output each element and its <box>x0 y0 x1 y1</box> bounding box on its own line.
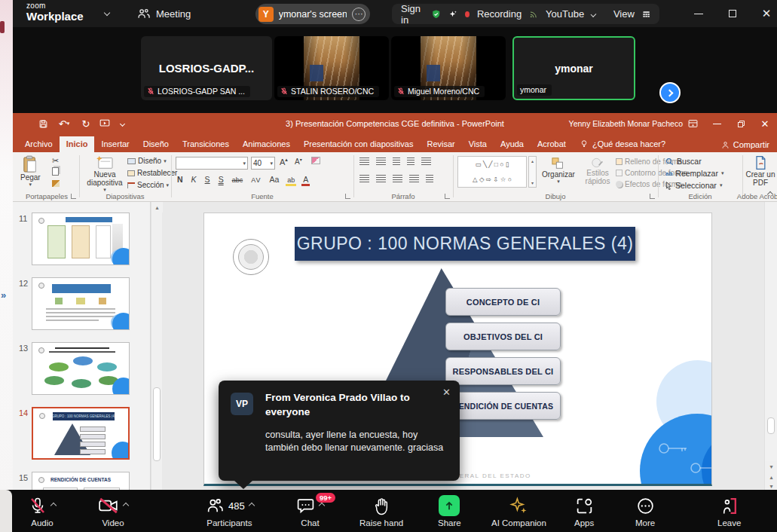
window-maximize-button[interactable] <box>720 0 745 27</box>
dialog-launcher-icon[interactable] <box>71 194 76 199</box>
next-participants-button[interactable] <box>659 82 681 103</box>
align-center-button[interactable] <box>376 175 386 182</box>
align-left-button[interactable] <box>359 175 369 182</box>
tell-me-search[interactable]: ¿Qué desea hacer? <box>573 136 672 152</box>
create-pdf-button[interactable]: Crear un PDF <box>744 155 777 187</box>
tab-transiciones[interactable]: Transiciones <box>176 136 236 152</box>
shapes-gallery[interactable]: ▭ ╲ ╱ □ ○ ▯ △ ◇ ⇨ ⇩ ☆ ○ <box>457 156 527 188</box>
video-options-chevron[interactable] <box>123 503 129 509</box>
tab-inicio[interactable]: Inicio <box>60 136 95 152</box>
slide-layout-button[interactable]: Diseño▾ <box>127 157 167 165</box>
character-spacing-button[interactable]: AV <box>249 176 262 184</box>
window-minimize-button[interactable] <box>686 0 711 27</box>
tab-presentacion[interactable]: Presentación con diapositivas <box>297 136 421 152</box>
participant-tile[interactable]: Miguel Moreno/CNC <box>391 36 506 100</box>
participant-tile[interactable]: STALIN ROSERO/CNC <box>274 36 389 100</box>
sparkle-icon[interactable] <box>448 8 457 20</box>
dialog-launcher-icon[interactable] <box>650 194 655 199</box>
highlight-button[interactable]: ab <box>286 176 296 186</box>
account-user-name[interactable]: Yenny Elizabeth Monar Pacheco <box>569 113 683 134</box>
strikethrough-button[interactable]: abc <box>231 176 245 184</box>
audio-button[interactable]: Audio <box>29 494 56 527</box>
font-name-combo[interactable]: ▾ <box>176 157 248 170</box>
participant-tile[interactable]: LOSRIOS-GADP... LOSRIOS-GADP SAN ... <box>141 36 272 100</box>
participant-tile-active-speaker[interactable]: ymonar ymonar <box>512 36 635 100</box>
slide-thumbnail-13[interactable] <box>32 342 130 395</box>
shadow-button[interactable]: S <box>217 175 225 184</box>
ppt-close-button[interactable]: ✕ <box>753 113 777 134</box>
chevron-down-icon[interactable] <box>591 11 597 17</box>
share-button[interactable]: Share <box>438 494 461 527</box>
tab-insertar[interactable]: Insertar <box>94 136 136 152</box>
tab-acrobat[interactable]: Acrobat <box>531 136 573 152</box>
font-size-combo[interactable]: 40▾ <box>251 157 275 170</box>
shapes-scroll[interactable]: ▴▾ <box>528 156 537 188</box>
copy-button[interactable] <box>52 167 59 176</box>
chat-button[interactable]: 99+ Chat <box>296 494 324 527</box>
tab-archivo[interactable]: Archivo <box>18 136 60 152</box>
leave-button[interactable]: Leave <box>717 494 741 527</box>
screen-share-pill[interactable]: Y ymonar's screen ⋯ <box>255 4 370 24</box>
share-document-button[interactable]: Compartir <box>721 140 769 149</box>
dialog-launcher-icon[interactable] <box>345 194 350 199</box>
recording-label[interactable]: Recording <box>477 8 522 20</box>
scroll-up-button[interactable]: ▴ <box>151 202 163 212</box>
scroll-thumb[interactable] <box>767 417 775 434</box>
security-shield-icon[interactable] <box>431 8 441 21</box>
justify-button[interactable] <box>409 175 419 182</box>
replace-button[interactable]: ab Reemplazar ▾ <box>665 169 723 178</box>
chevron-down-icon[interactable] <box>104 10 110 16</box>
section-button[interactable]: Sección▾ <box>127 181 169 189</box>
view-label[interactable]: View <box>613 8 635 20</box>
meeting-tab[interactable]: Meeting <box>137 5 191 22</box>
tab-diseno[interactable]: Diseño <box>136 136 176 152</box>
more-options-icon[interactable]: ⋯ <box>352 8 366 21</box>
expand-double-chevron-icon[interactable]: » <box>1 289 6 301</box>
youtube-label[interactable]: YouTube <box>546 8 584 20</box>
format-painter-button[interactable] <box>52 180 60 187</box>
tab-ayuda[interactable]: Ayuda <box>494 136 531 152</box>
decrease-font-button[interactable]: A▾ <box>295 157 302 166</box>
thumbnail-scrollbar[interactable]: ▴ <box>151 202 162 490</box>
raise-hand-button[interactable]: Raise hand <box>359 494 403 527</box>
reset-slide-button[interactable]: Restablecer <box>127 169 177 177</box>
tab-vista[interactable]: Vista <box>462 136 494 152</box>
dialog-launcher-icon[interactable] <box>445 194 450 199</box>
slide-scrollbar[interactable]: ▾ ▴ ▾ <box>764 202 777 490</box>
tab-animaciones[interactable]: Animaciones <box>236 136 297 152</box>
tab-revisar[interactable]: Revisar <box>420 136 461 152</box>
increase-font-button[interactable]: A▴ <box>280 157 288 167</box>
decrease-indent-button[interactable] <box>393 157 400 165</box>
thumbnail-scroll-thumb[interactable] <box>153 387 161 461</box>
ppt-minimize-button[interactable] <box>705 113 729 134</box>
font-color-button[interactable]: A <box>301 175 310 186</box>
find-button[interactable]: Buscar <box>665 157 702 166</box>
ribbon-display-options-button[interactable] <box>681 113 705 134</box>
ai-companion-button[interactable]: AI Companion <box>491 494 546 527</box>
change-case-button[interactable]: Aa <box>268 175 281 184</box>
participants-button[interactable]: 485 Participants <box>205 494 254 527</box>
ppt-restore-button[interactable] <box>729 113 753 134</box>
increase-indent-button[interactable] <box>407 157 415 165</box>
sign-in-button[interactable]: Sign in <box>401 3 424 26</box>
apps-button[interactable]: Apps <box>574 494 594 527</box>
clear-formatting-button[interactable] <box>311 157 320 164</box>
paste-button[interactable]: Pegar ▾ <box>20 155 41 188</box>
columns-button[interactable] <box>426 175 433 182</box>
chat-notification-popup[interactable]: VP From Veronica Prado Villao to everyon… <box>219 381 460 481</box>
cut-button[interactable]: ✂ <box>52 156 59 166</box>
participants-options-chevron[interactable] <box>248 503 254 509</box>
window-close-button[interactable]: ✕ <box>754 0 777 27</box>
scroll-down-button[interactable]: ▾ <box>765 461 777 472</box>
audio-options-chevron[interactable] <box>50 503 57 509</box>
video-button[interactable]: Video <box>98 494 128 527</box>
new-slide-button[interactable]: Nueva diapositiva ▾ <box>84 155 126 193</box>
close-icon[interactable]: ✕ <box>442 387 451 398</box>
line-spacing-button[interactable] <box>421 157 431 165</box>
slide-thumbnail-12[interactable] <box>32 277 130 330</box>
slide-thumbnail-11[interactable] <box>32 212 130 265</box>
quick-styles-button[interactable]: Estilos rápidos <box>581 157 614 185</box>
chat-options-chevron[interactable] <box>319 503 325 509</box>
bold-button[interactable]: N <box>176 175 185 184</box>
align-right-button[interactable] <box>393 175 402 182</box>
